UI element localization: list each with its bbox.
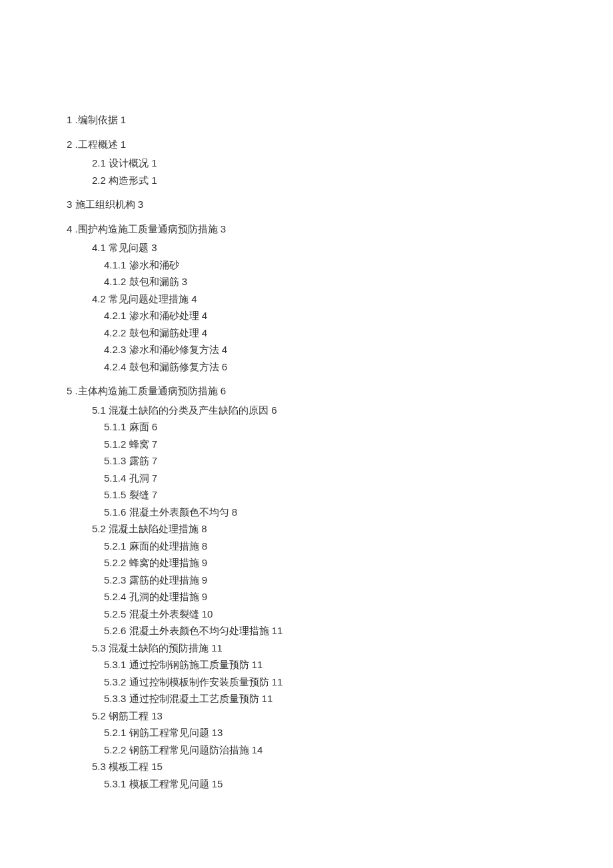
toc-entry: 5.2.2 钢筋工程常见问题防治措施 14 bbox=[104, 743, 546, 758]
toc-entry: 5.2 钢筋工程 13 bbox=[92, 709, 546, 724]
toc-entry: 4.2.3 渗水和涌砂修复方法 4 bbox=[104, 342, 546, 358]
toc-entry: 5.2.1 钢筋工程常见问题 13 bbox=[104, 725, 546, 741]
toc-entry: 5 .主体构造施工质量通病预防措施 6 bbox=[67, 384, 546, 399]
toc-entry: 5.2 混凝土缺陷处理措施 8 bbox=[92, 522, 546, 537]
toc-entry: 2 .工程概述 1 bbox=[67, 137, 546, 153]
toc-entry: 5.3.2 通过控制模板制作安装质量预防 11 bbox=[104, 675, 546, 690]
toc-entry: 2.2 构造形式 1 bbox=[92, 173, 546, 189]
toc-entry: 5.3.1 通过控制钢筋施工质量预防 11 bbox=[104, 657, 546, 673]
toc-entry: 4.2.4 鼓包和漏筋修复方法 6 bbox=[104, 360, 546, 375]
toc-entry: 4.1 常见问题 3 bbox=[92, 240, 546, 256]
toc-entry: 1 .编制依据 1 bbox=[67, 113, 546, 128]
toc-entry: 3 施工组织机构 3 bbox=[67, 197, 546, 213]
toc-entry: 5.3.1 模板工程常见问题 15 bbox=[104, 777, 546, 792]
toc-entry: 5.1.4 孔洞 7 bbox=[104, 471, 546, 486]
toc-entry: 4.1.1 渗水和涌砂 bbox=[104, 258, 546, 273]
toc-entry: 5.3 模板工程 15 bbox=[92, 759, 546, 775]
toc-entry: 5.1.6 混凝土外表颜色不均匀 8 bbox=[104, 505, 546, 520]
toc-entry: 5.2.6 混凝土外表颜色不均匀处理措施 11 bbox=[104, 624, 546, 639]
toc-entry: 2.1 设计概况 1 bbox=[92, 156, 546, 171]
toc-entry: 5.3 混凝土缺陷的预防措施 11 bbox=[92, 641, 546, 656]
toc-entry: 5.2.1 麻面的处理措施 8 bbox=[104, 539, 546, 554]
toc-entry: 5.3.3 通过控制混凝土工艺质量预防 11 bbox=[104, 691, 546, 707]
toc-entry: 5.2.2 蜂窝的处理措施 9 bbox=[104, 556, 546, 571]
toc-entry: 4.1.2 鼓包和漏筋 3 bbox=[104, 274, 546, 290]
toc-entry: 5.1.2 蜂窝 7 bbox=[104, 437, 546, 452]
toc-entry: 5.2.3 露筋的处理措施 9 bbox=[104, 573, 546, 588]
toc-entry: 4 .围护构造施工质量通病预防措施 3 bbox=[67, 222, 546, 237]
toc-entry: 5.1.3 露筋 7 bbox=[104, 454, 546, 469]
toc-entry: 5.2.5 混凝土外表裂缝 10 bbox=[104, 607, 546, 622]
toc-entry: 5.1.5 裂缝 7 bbox=[104, 488, 546, 503]
toc-entry: 4.2.1 渗水和涌砂处理 4 bbox=[104, 308, 546, 324]
toc-entry: 5.2.4 孔洞的处理措施 9 bbox=[104, 590, 546, 605]
toc-entry: 5.1 混凝土缺陷的分类及产生缺陷的原因 6 bbox=[92, 403, 546, 418]
table-of-contents: 1 .编制依据 1 2 .工程概述 1 2.1 设计概况 1 2.2 构造形式 … bbox=[67, 113, 546, 791]
toc-entry: 5.1.1 麻面 6 bbox=[104, 420, 546, 435]
toc-entry: 4.2 常见问题处理措施 4 bbox=[92, 292, 546, 307]
toc-entry: 4.2.2 鼓包和漏筋处理 4 bbox=[104, 326, 546, 341]
